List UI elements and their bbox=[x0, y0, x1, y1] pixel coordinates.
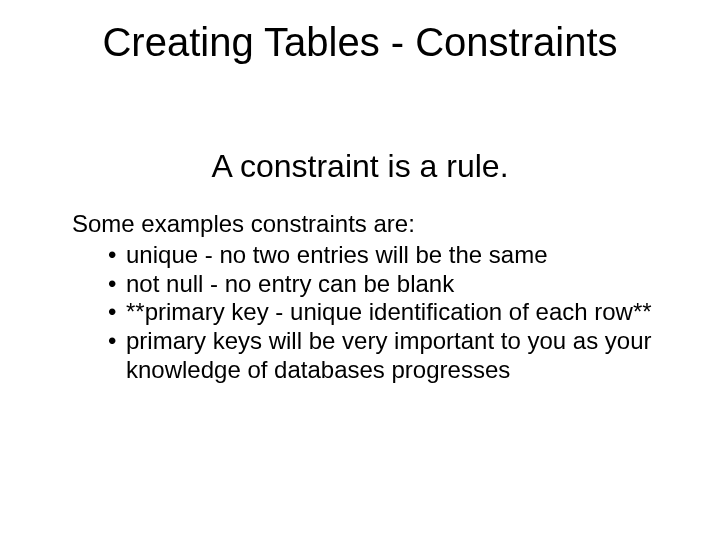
list-item: primary keys will be very important to y… bbox=[108, 327, 662, 385]
list-item: unique - no two entries will be the same bbox=[108, 241, 662, 270]
slide-subtitle: A constraint is a rule. bbox=[0, 148, 720, 185]
slide-body: Some examples constraints are: unique - … bbox=[72, 210, 662, 385]
list-item: **primary key - unique identification of… bbox=[108, 298, 662, 327]
bullet-list: unique - no two entries will be the same… bbox=[72, 241, 662, 385]
list-item: not null - no entry can be blank bbox=[108, 270, 662, 299]
slide: Creating Tables - Constraints A constrai… bbox=[0, 0, 720, 540]
slide-title: Creating Tables - Constraints bbox=[0, 20, 720, 65]
body-lead: Some examples constraints are: bbox=[72, 210, 662, 239]
